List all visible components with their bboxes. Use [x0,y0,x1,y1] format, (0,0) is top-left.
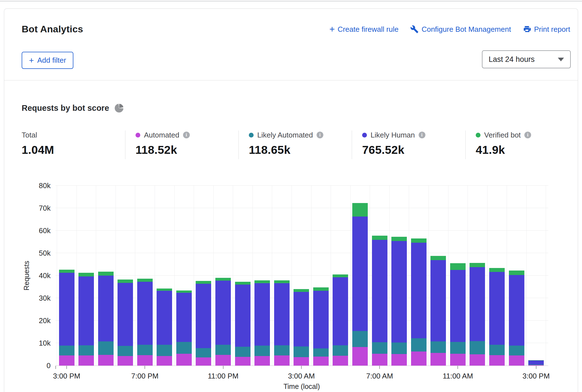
bar-800AM-likely-automated[interactable] [391,343,407,354]
bar-700AM-likely-human[interactable] [372,240,387,342]
bar-900AM-verified-bot[interactable] [411,238,427,243]
bar-400PM-verified-bot[interactable] [78,273,94,276]
bar-100AM-automated[interactable] [254,356,270,366]
bar-1200AM-likely-human[interactable] [235,285,251,347]
bar-200AM-likely-human[interactable] [274,283,290,345]
bar-500AM-likely-automated[interactable] [333,345,348,356]
bar-500PM-likely-human[interactable] [98,276,114,341]
create-firewall-rule-link[interactable]: + Create firewall rule [329,25,398,34]
bar-1000PM-likely-human[interactable] [196,284,211,348]
bar-1000AM-likely-automated[interactable] [430,341,446,353]
bar-900PM-likely-automated[interactable] [176,342,192,354]
bar-500AM-likely-human[interactable] [333,277,348,345]
bar-1200AM-verified-bot[interactable] [235,282,251,285]
bar-800PM-likely-human[interactable] [157,291,172,345]
bar-900AM-automated[interactable] [411,352,427,366]
bar-1000AM-automated[interactable] [430,353,446,366]
bar-1200AM-likely-automated[interactable] [235,347,251,357]
bar-1100PM-automated[interactable] [215,355,231,366]
info-icon[interactable]: i [419,132,425,138]
bar-1000AM-verified-bot[interactable] [430,256,446,260]
bar-100PM-verified-bot[interactable] [489,268,505,272]
bar-100PM-likely-automated[interactable] [489,345,505,355]
bar-100PM-automated[interactable] [489,355,505,366]
bar-100PM-likely-human[interactable] [489,272,505,345]
bar-1200PM-automated[interactable] [470,354,485,366]
bar-400AM-likely-human[interactable] [313,291,329,348]
bar-300AM-automated[interactable] [294,357,309,366]
bar-200PM-verified-bot[interactable] [509,271,524,275]
bar-400PM-likely-automated[interactable] [78,345,94,355]
bar-1000PM-automated[interactable] [196,357,211,366]
configure-bot-management-link[interactable]: Configure Bot Management [410,25,511,34]
bar-300PM-likely-human[interactable] [528,361,544,364]
info-icon[interactable]: i [317,132,323,138]
bar-300AM-verified-bot[interactable] [294,289,309,292]
bar-200AM-verified-bot[interactable] [274,280,290,283]
bar-900AM-likely-automated[interactable] [411,338,427,352]
bar-300PM-likely-automated[interactable] [528,364,544,365]
bar-300AM-likely-automated[interactable] [294,346,309,357]
bar-800AM-likely-human[interactable] [391,241,407,343]
bar-400AM-verified-bot[interactable] [313,287,329,291]
info-icon[interactable]: i [524,132,531,138]
bar-200PM-likely-automated[interactable] [509,346,524,355]
bar-300PM-likely-automated[interactable] [59,346,75,355]
bar-800AM-verified-bot[interactable] [391,237,407,241]
bar-600PM-likely-automated[interactable] [118,346,133,356]
bar-1100PM-verified-bot[interactable] [215,278,231,281]
bar-200PM-likely-human[interactable] [509,275,524,346]
bar-100AM-verified-bot[interactable] [254,280,270,283]
bar-300PM-likely-human[interactable] [59,273,75,345]
bar-900PM-verified-bot[interactable] [176,290,192,293]
bar-300PM-automated[interactable] [59,355,75,366]
bar-700AM-verified-bot[interactable] [372,236,387,240]
bar-400AM-likely-automated[interactable] [313,348,329,357]
bar-700AM-likely-automated[interactable] [372,342,387,354]
bar-400PM-automated[interactable] [78,355,94,366]
bar-800PM-verified-bot[interactable] [157,289,172,291]
bar-900PM-automated[interactable] [176,354,192,366]
bar-1000PM-likely-automated[interactable] [196,348,211,358]
bar-600AM-likely-automated[interactable] [352,331,368,347]
bar-700PM-automated[interactable] [137,355,153,366]
bar-600AM-likely-human[interactable] [352,217,368,331]
bar-1100AM-automated[interactable] [450,354,466,366]
bar-600AM-automated[interactable] [352,347,368,366]
bar-100AM-likely-human[interactable] [254,283,270,346]
bar-600PM-likely-human[interactable] [118,283,133,346]
bar-1200AM-automated[interactable] [235,357,251,366]
bar-700PM-likely-automated[interactable] [137,345,153,355]
bar-400AM-automated[interactable] [313,357,329,366]
bar-1200PM-likely-human[interactable] [470,267,485,341]
bar-600AM-verified-bot[interactable] [352,203,368,217]
bar-300PM-verified-bot[interactable] [59,270,75,273]
bar-900AM-likely-human[interactable] [411,243,427,338]
bar-500PM-automated[interactable] [98,355,114,366]
bar-1200PM-likely-automated[interactable] [470,341,485,354]
bar-1100AM-likely-automated[interactable] [450,342,466,354]
bar-1100PM-likely-human[interactable] [215,281,231,345]
bar-200AM-likely-automated[interactable] [274,345,290,355]
bar-1100PM-likely-automated[interactable] [215,345,231,355]
bar-400PM-likely-human[interactable] [78,276,94,345]
bar-900PM-likely-human[interactable] [176,293,192,342]
bar-300AM-likely-human[interactable] [294,292,309,346]
bar-1000PM-verified-bot[interactable] [196,281,211,284]
bar-800PM-likely-automated[interactable] [157,345,172,356]
bar-800PM-automated[interactable] [157,356,172,366]
bar-800AM-automated[interactable] [391,354,407,366]
bar-500AM-automated[interactable] [333,356,348,366]
bar-700PM-likely-human[interactable] [137,282,153,344]
bar-700AM-automated[interactable] [372,354,387,366]
bar-600PM-verified-bot[interactable] [118,280,133,283]
bar-1100AM-verified-bot[interactable] [450,263,466,270]
bar-500AM-verified-bot[interactable] [333,274,348,277]
bar-1000AM-likely-human[interactable] [430,260,446,342]
bar-300PM-verified-bot[interactable] [528,360,544,361]
time-range-select[interactable]: Last 24 hours [482,50,571,68]
bar-500PM-likely-automated[interactable] [98,341,114,355]
bar-1200PM-verified-bot[interactable] [470,263,485,267]
bar-1100AM-likely-human[interactable] [450,270,466,342]
bar-100AM-likely-automated[interactable] [254,346,270,356]
